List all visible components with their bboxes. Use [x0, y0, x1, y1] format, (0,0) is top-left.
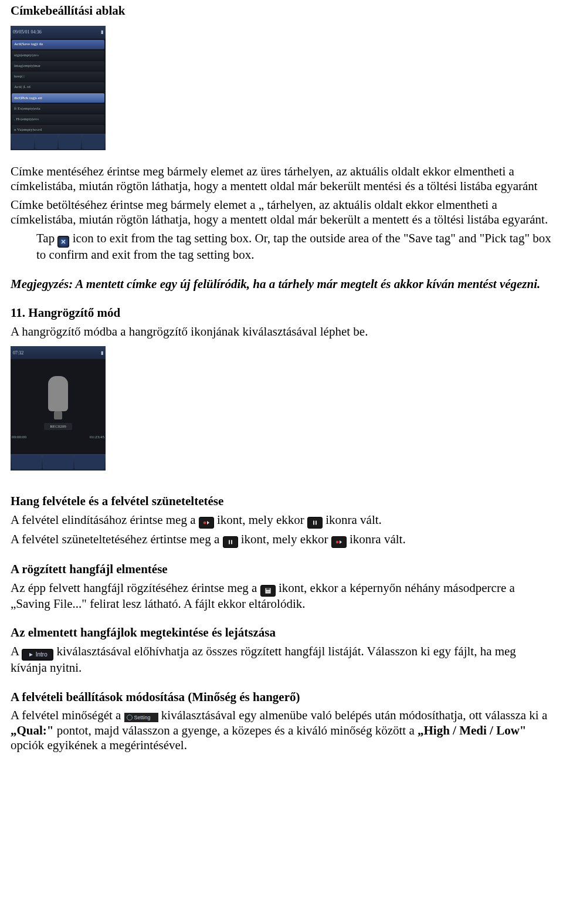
device2-time: 07:32: [13, 350, 23, 356]
save-icon: [260, 585, 276, 597]
svg-marker-11: [29, 653, 33, 656]
pause-icon: [307, 517, 323, 529]
device-time: 09/05/01 04:36: [13, 29, 42, 35]
device-screenshot-tags: 09/05/01 04:36 ▮ Acti|Save tag|t da sign…: [11, 26, 106, 150]
recording-filename: REC0209: [44, 423, 72, 431]
section-title-recorder: 11. Hangrögzítő mód: [11, 306, 552, 321]
p-tap-exit: Tap icon to exit from the tag setting bo…: [11, 231, 552, 263]
record-icon: [199, 517, 214, 529]
microphone-icon: [48, 376, 68, 411]
p-recorder-intro: A hangrögzítő módba a hangrögzítő ikonjá…: [11, 324, 552, 340]
svg-rect-4: [229, 540, 230, 544]
section-title-record-pause: Hang felvétele és a felvétel szüneteltet…: [11, 494, 552, 509]
setting-label: Setting: [134, 715, 151, 721]
tap-pre: Tap: [36, 231, 55, 245]
section-title-settings: A felvételi beállítások módosítása (Minő…: [11, 690, 552, 705]
svg-rect-2: [313, 521, 314, 525]
svg-rect-10: [266, 591, 270, 593]
tap-post: icon to exit from the tag setting box. O…: [36, 231, 551, 262]
section-title-tag-window: Címkebeállítási ablak: [11, 4, 552, 19]
high-medi-low-label: „High / Medi / Low": [418, 723, 527, 737]
section-title-playback: Az elmentett hangfájlok megtekintése és …: [11, 625, 552, 641]
time-total: 01:23:45: [90, 435, 104, 440]
svg-rect-3: [316, 521, 317, 525]
svg-rect-9: [266, 588, 270, 590]
svg-point-0: [203, 522, 206, 524]
exit-icon: [57, 236, 69, 248]
line-pause-record: A felvétel szüneteltetéséhez értintse me…: [11, 532, 552, 548]
svg-point-6: [335, 541, 338, 544]
p-playback: A Intro kiválasztásával előhívhatja az ö…: [11, 644, 552, 676]
setting-button-icon: Setting: [124, 713, 158, 722]
record-icon: [331, 536, 347, 548]
battery-icon: ▮: [101, 29, 103, 35]
section-title-save: A rögzített hangfájl elmentése: [11, 562, 552, 577]
qual-label: „Qual:": [11, 723, 54, 737]
p-load-tag: Címke betöltéséhez érintse meg bármely e…: [11, 198, 552, 228]
time-elapsed: 00:00:00: [12, 435, 26, 440]
p-save-tag: Címke mentéséhez érintse meg bármely ele…: [11, 164, 552, 194]
intro-label: Intro: [36, 651, 48, 658]
svg-marker-7: [340, 540, 342, 544]
note-overwrite: Megjegyzés: A mentett címke egy új felül…: [11, 277, 552, 292]
p-settings: A felvétel minőségét a Setting kiválaszt…: [11, 708, 552, 753]
svg-marker-1: [207, 521, 209, 524]
intro-button-icon: Intro: [22, 649, 53, 661]
line-start-record: A felvétel elindításához érintse meg a i…: [11, 513, 552, 529]
svg-rect-5: [231, 540, 232, 544]
gear-icon: [127, 715, 133, 720]
battery-icon: ▮: [101, 350, 103, 356]
device-screenshot-recorder: 07:32 ▮ REC0209 00:00:00 01:23:45: [11, 346, 106, 471]
pause-icon: [223, 536, 238, 548]
p-save-file: Az épp felvett hangfájl rögzítéséhez éri…: [11, 581, 552, 612]
